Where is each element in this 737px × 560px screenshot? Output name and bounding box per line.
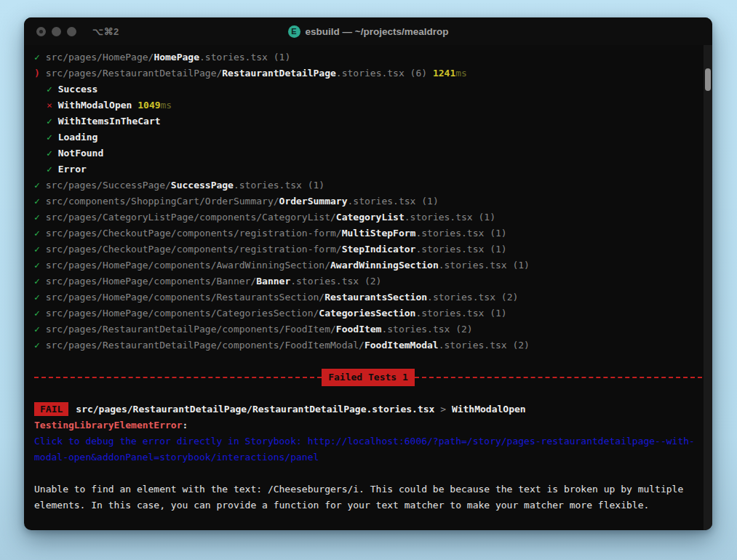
- test-case-row: ✓ WithItemsInTheCart: [34, 113, 702, 129]
- scrollbar-track[interactable]: [704, 45, 712, 530]
- divider-line-right: [415, 377, 702, 378]
- scrollbar-thumb[interactable]: [705, 68, 711, 91]
- error-message: Unable to find an element with the text:…: [34, 481, 696, 513]
- test-file-row: ✓ src/pages/CheckoutPage/components/regi…: [34, 241, 702, 257]
- pass-check-icon: ✓: [47, 116, 58, 127]
- tab-shortcut-label: ⌥⌘2: [92, 26, 119, 37]
- test-case-row: × WithModalOpen 1049ms: [34, 97, 702, 113]
- terminal-window: ⌥⌘2 E esbuild — ~/projects/mealdrop ✓ sr…: [24, 17, 712, 530]
- failed-test-header: FAILsrc/pages/RestaurantDetailPage/Resta…: [34, 401, 702, 417]
- failed-tests-badge: Failed Tests 1: [322, 369, 415, 386]
- zoom-button-icon[interactable]: [67, 27, 76, 36]
- test-file-row: ✓ src/components/ShoppingCart/OrderSumma…: [34, 193, 702, 209]
- test-file-row: ✓ src/pages/CheckoutPage/components/regi…: [34, 225, 702, 241]
- pass-check-icon: ✓: [34, 340, 46, 351]
- error-type-name: TestingLibraryElementError: [34, 420, 183, 431]
- titlebar[interactable]: ⌥⌘2 E esbuild — ~/projects/mealdrop: [24, 17, 712, 45]
- pass-check-icon: ✓: [34, 308, 46, 319]
- pass-check-icon: ✓: [47, 164, 58, 175]
- close-button-icon[interactable]: [36, 27, 46, 36]
- test-file-row: ) src/pages/RestaurantDetailPage/Restaur…: [34, 65, 702, 81]
- divider-line-left: [34, 377, 322, 378]
- pass-check-icon: ✓: [34, 276, 46, 287]
- test-file-row: ✓ src/pages/HomePage/components/Categori…: [34, 305, 702, 321]
- pass-check-icon: ✓: [34, 260, 46, 271]
- terminal-output: ✓ src/pages/HomePage/HomePage.stories.ts…: [24, 45, 712, 530]
- pass-check-icon: ✓: [34, 52, 46, 63]
- test-file-row: ✓ src/pages/CategoryListPage/components/…: [34, 209, 702, 225]
- breadcrumb-separator: >: [434, 404, 451, 415]
- test-case-row: ✓ Loading: [34, 129, 702, 145]
- test-file-row: ✓ src/pages/HomePage/components/Banner/B…: [34, 273, 702, 289]
- pass-check-icon: ✓: [34, 324, 46, 335]
- pass-check-icon: ✓: [34, 212, 46, 223]
- failed-test-name: WithModalOpen: [452, 404, 526, 415]
- pass-check-icon: ✓: [34, 244, 46, 255]
- fail-mark-icon: ×: [47, 100, 58, 111]
- pass-check-icon: ✓: [34, 292, 46, 303]
- test-case-row: ✓ Success: [34, 81, 702, 97]
- error-type-row: TestingLibraryElementError:: [34, 417, 702, 433]
- fail-mark-icon: ): [34, 68, 46, 79]
- failed-file-path: src/pages/RestaurantDetailPage/Restauran…: [76, 404, 434, 415]
- test-summary-list: ✓ src/pages/HomePage/HomePage.stories.ts…: [34, 49, 702, 353]
- test-file-row: ✓ src/pages/HomePage/HomePage.stories.ts…: [34, 49, 702, 65]
- pass-check-icon: ✓: [47, 84, 58, 95]
- traffic-lights: [36, 27, 76, 36]
- pass-check-icon: ✓: [47, 148, 58, 159]
- storybook-debug-link[interactable]: Click to debug the error directly in Sto…: [34, 433, 695, 465]
- pass-check-icon: ✓: [34, 196, 46, 207]
- test-file-row: ✓ src/pages/RestaurantDetailPage/compone…: [34, 321, 702, 337]
- pass-check-icon: ✓: [34, 180, 46, 191]
- pass-check-icon: ✓: [47, 132, 58, 143]
- fail-badge: FAIL: [34, 402, 68, 416]
- test-case-row: ✓ Error: [34, 161, 702, 177]
- test-file-row: ✓ src/pages/HomePage/components/AwardWin…: [34, 257, 702, 273]
- test-file-row: ✓ src/pages/SuccessPage/SuccessPage.stor…: [34, 177, 702, 193]
- window-title-group: E esbuild — ~/projects/mealdrop: [24, 17, 712, 45]
- failed-tests-divider: Failed Tests 1: [34, 369, 702, 385]
- test-case-row: ✓ NotFound: [34, 145, 702, 161]
- window-title: esbuild — ~/projects/mealdrop: [306, 26, 449, 37]
- minimize-button-icon[interactable]: [52, 27, 61, 36]
- test-file-row: ✓ src/pages/RestaurantDetailPage/compone…: [34, 337, 702, 353]
- esbuild-app-icon: E: [288, 25, 300, 38]
- test-file-row: ✓ src/pages/HomePage/components/Restaura…: [34, 289, 702, 305]
- pass-check-icon: ✓: [34, 228, 46, 239]
